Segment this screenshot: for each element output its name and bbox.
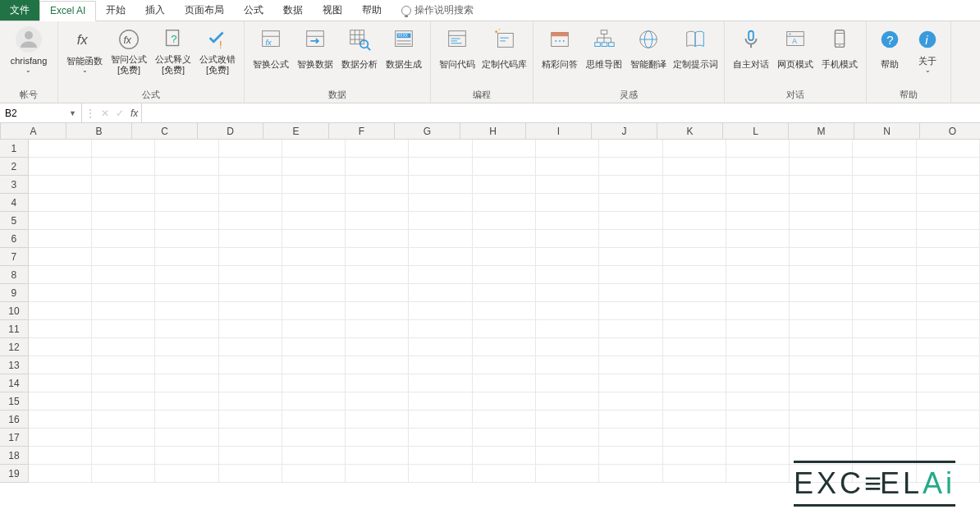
cell[interactable] [92, 284, 155, 302]
cell[interactable] [219, 465, 282, 483]
cell[interactable] [536, 248, 599, 266]
smart-fn-button[interactable]: fx 智能函数⌄ [63, 25, 106, 77]
cell[interactable] [282, 266, 346, 284]
cell[interactable] [917, 194, 980, 212]
cell[interactable] [536, 447, 599, 465]
cell[interactable] [473, 320, 536, 338]
row-header[interactable]: 4 [0, 194, 29, 212]
cell[interactable] [599, 140, 662, 158]
cell[interactable] [536, 266, 599, 284]
cell[interactable] [346, 266, 409, 284]
row-header[interactable]: 7 [0, 248, 29, 266]
cell[interactable] [29, 194, 92, 212]
cell[interactable] [409, 266, 472, 284]
cell[interactable] [853, 176, 916, 194]
tab-view[interactable]: 视图 [313, 0, 352, 21]
cell[interactable] [155, 212, 218, 230]
cell[interactable] [917, 176, 980, 194]
cell[interactable] [599, 338, 662, 356]
cell[interactable] [726, 176, 790, 194]
cell[interactable] [29, 266, 92, 284]
cell[interactable] [599, 429, 662, 447]
smart-code-button[interactable]: 智问代码 [436, 25, 479, 77]
cell[interactable] [473, 266, 536, 284]
cell[interactable] [282, 158, 346, 176]
cell[interactable] [536, 158, 599, 176]
prompts-button[interactable]: 定制提示词 [671, 25, 719, 77]
row-header[interactable]: 18 [0, 447, 29, 465]
cell[interactable] [790, 338, 853, 356]
cell[interactable] [473, 284, 536, 302]
cell[interactable] [155, 356, 218, 374]
cell[interactable] [790, 230, 853, 248]
cell[interactable] [917, 140, 980, 158]
cell[interactable] [346, 140, 409, 158]
mindmap-button[interactable]: 思维导图 [583, 25, 625, 77]
cell[interactable] [473, 447, 536, 465]
cell[interactable] [346, 374, 409, 392]
cell[interactable] [790, 158, 853, 176]
column-header[interactable]: C [132, 123, 198, 140]
cell[interactable] [536, 374, 599, 392]
cell[interactable] [92, 302, 155, 320]
cell[interactable] [155, 194, 218, 212]
cell[interactable] [599, 356, 662, 374]
cell[interactable] [346, 158, 409, 176]
cell[interactable] [409, 140, 472, 158]
cell[interactable] [473, 230, 536, 248]
formula-fix-button[interactable]: ! 公式改错[免费] [196, 25, 239, 77]
cell[interactable] [282, 140, 346, 158]
cell[interactable] [663, 465, 726, 483]
cell[interactable] [282, 176, 346, 194]
column-header[interactable]: L [723, 123, 789, 140]
cell[interactable] [473, 302, 536, 320]
cell[interactable] [282, 465, 346, 483]
row-header[interactable]: 13 [0, 356, 29, 374]
cell[interactable] [853, 230, 916, 248]
data-analyze-button[interactable]: 数据分析 [338, 25, 381, 77]
cell[interactable] [92, 429, 155, 447]
mobile-mode-button[interactable]: 手机模式 [818, 25, 861, 77]
cell[interactable] [219, 429, 282, 447]
column-header[interactable]: B [66, 123, 132, 140]
cell[interactable] [726, 266, 790, 284]
cell[interactable] [917, 320, 980, 338]
column-header[interactable]: N [854, 123, 920, 140]
name-box[interactable]: B2 ▼ [0, 103, 82, 122]
cell[interactable] [917, 429, 980, 447]
row-header[interactable]: 1 [0, 140, 29, 158]
row-header[interactable]: 12 [0, 338, 29, 356]
column-header[interactable]: K [657, 123, 723, 140]
cell[interactable] [219, 447, 282, 465]
swap-data-button[interactable]: 智换数据 [294, 25, 337, 77]
cell[interactable] [92, 374, 155, 392]
cell[interactable] [473, 248, 536, 266]
cell[interactable] [599, 374, 662, 392]
cell[interactable] [155, 140, 218, 158]
formula-explain-button[interactable]: ? 公式释义[免费] [152, 25, 195, 77]
cell[interactable] [536, 212, 599, 230]
cell[interactable] [282, 447, 346, 465]
cell[interactable] [790, 392, 853, 411]
about-button[interactable]: i 关于⌄ [909, 25, 946, 77]
cell[interactable] [409, 230, 472, 248]
cell[interactable] [29, 212, 92, 230]
cell[interactable] [726, 465, 790, 483]
cell[interactable] [536, 411, 599, 429]
cell[interactable] [663, 266, 726, 284]
cell[interactable] [790, 140, 853, 158]
column-header[interactable]: I [526, 123, 592, 140]
row-header[interactable]: 11 [0, 320, 29, 338]
cell[interactable] [726, 356, 790, 374]
row-header[interactable]: 14 [0, 374, 29, 392]
cell[interactable] [409, 338, 472, 356]
cell[interactable] [282, 212, 346, 230]
cell[interactable] [790, 266, 853, 284]
cell[interactable] [155, 465, 218, 483]
cell[interactable] [409, 465, 472, 483]
cell[interactable] [409, 302, 472, 320]
cell[interactable] [790, 248, 853, 266]
cell[interactable] [155, 284, 218, 302]
cell[interactable] [92, 194, 155, 212]
cell[interactable] [853, 411, 916, 429]
